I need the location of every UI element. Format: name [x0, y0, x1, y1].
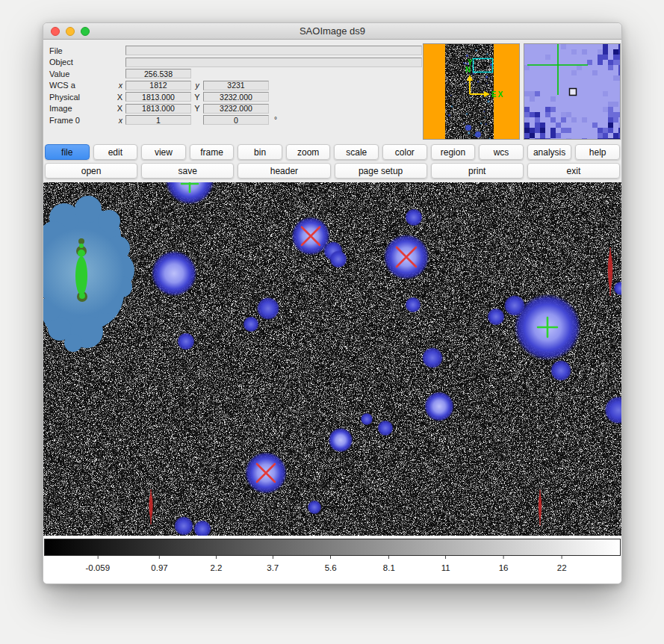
wcs-row: WCS a x y: [49, 80, 422, 92]
menu-zoom-button[interactable]: zoom: [286, 144, 331, 160]
menu-header-button[interactable]: header: [238, 163, 330, 179]
tick-mark: [330, 556, 331, 559]
image-x-field[interactable]: [125, 104, 191, 114]
physical-label: Physical: [49, 93, 114, 102]
tick-label: 16: [499, 563, 509, 572]
menu-bin-button[interactable]: bin: [238, 144, 282, 160]
zoom-button[interactable]: [81, 27, 90, 36]
frame-zoom-field[interactable]: [125, 115, 191, 125]
tick-label: 11: [441, 563, 450, 572]
menu-analysis-button[interactable]: analysis: [527, 144, 572, 160]
colorbar-tick: -0.059: [85, 556, 110, 572]
physical-x-field[interactable]: [125, 92, 191, 102]
image-y-sublabel: Y: [191, 104, 203, 113]
physical-x-sublabel: X: [114, 93, 125, 102]
traffic-lights: [51, 23, 90, 39]
submenu-bar: opensaveheaderpage setupprintexit: [43, 161, 621, 180]
minimize-button[interactable]: [66, 27, 75, 36]
menu-bar: fileeditviewframebinzoomscalecolorregion…: [43, 143, 621, 161]
coordinate-readout: File Object Value WCS a x y: [49, 45, 422, 126]
magnifier-panel: [524, 43, 621, 140]
tick-label: 0.97: [151, 563, 167, 572]
colorbar-tick: 2.2: [210, 556, 222, 572]
wcs-y-sublabel: y: [191, 81, 203, 90]
physical-y-sublabel: Y: [191, 93, 203, 102]
tick-label: 2.2: [210, 563, 222, 572]
menu-page-setup-button[interactable]: page setup: [335, 163, 427, 179]
colorbar-tick: 16: [499, 556, 509, 572]
menu-file-button[interactable]: file: [45, 144, 90, 160]
menu-color-button[interactable]: color: [382, 144, 427, 160]
menu-region-button[interactable]: region: [431, 144, 476, 160]
menu-exit-button[interactable]: exit: [527, 163, 620, 179]
wcs-x-sublabel: x: [114, 81, 125, 90]
colorbar-section: -0.0590.972.23.75.68.1111622: [43, 536, 621, 583]
tick-mark: [388, 556, 389, 559]
image-row: Image X Y: [49, 103, 422, 115]
wcs-x-field[interactable]: [125, 81, 191, 90]
magnifier-canvas: [524, 44, 620, 139]
file-row: File: [49, 45, 422, 57]
tick-label: 5.6: [325, 563, 337, 572]
physical-y-field[interactable]: [203, 92, 269, 102]
tick-label: -0.059: [85, 563, 110, 572]
tick-mark: [562, 556, 562, 559]
info-panel: File Object Value WCS a x y: [43, 40, 621, 143]
physical-row: Physical X Y: [49, 91, 422, 103]
colorbar-tick: 22: [557, 556, 567, 572]
tick-label: 22: [557, 563, 567, 572]
panner-panel[interactable]: [423, 43, 520, 140]
tick-label: 8.1: [383, 563, 395, 572]
main-image-canvas[interactable]: [43, 182, 622, 536]
colorbar-ticks: -0.0590.972.23.75.68.1111622: [43, 556, 621, 581]
menu-save-button[interactable]: save: [141, 163, 234, 179]
menu-scale-button[interactable]: scale: [334, 144, 379, 160]
menu-frame-button[interactable]: frame: [190, 144, 235, 160]
tick-mark: [216, 556, 217, 559]
panner-canvas[interactable]: [423, 44, 519, 139]
menu-print-button[interactable]: print: [431, 163, 524, 179]
image-x-sublabel: X: [114, 104, 125, 113]
tick-mark: [273, 556, 273, 559]
wcs-y-field[interactable]: [203, 81, 269, 90]
close-button[interactable]: [51, 27, 60, 36]
frame-x-sublabel: x: [114, 116, 125, 125]
tick-label: 3.7: [267, 563, 279, 572]
tick-mark: [97, 556, 98, 559]
colorbar-tick: 5.6: [325, 556, 337, 572]
value-field[interactable]: [125, 69, 191, 78]
titlebar[interactable]: SAOImage ds9: [43, 23, 621, 40]
image-y-field[interactable]: [203, 104, 269, 114]
image-display: [43, 182, 621, 536]
image-label: Image: [49, 104, 114, 113]
colorbar-tick: 3.7: [267, 556, 279, 572]
colorbar[interactable]: [44, 539, 621, 556]
degree-symbol: °: [274, 116, 277, 124]
colorbar-tick: 11: [441, 556, 450, 572]
colorbar-tick: 8.1: [383, 556, 395, 572]
menu-help-button[interactable]: help: [575, 144, 620, 160]
value-row: Value: [49, 68, 422, 80]
frame-rotation-field[interactable]: [203, 115, 269, 125]
ds9-window: SAOImage ds9 File Object Value WCS a x: [43, 22, 622, 584]
tick-mark: [445, 556, 446, 559]
object-field[interactable]: [125, 58, 422, 67]
value-label: Value: [49, 69, 114, 78]
frame-row: Frame 0 x °: [49, 114, 422, 126]
object-row: Object: [49, 57, 422, 69]
frame-label: Frame 0: [49, 116, 114, 125]
menu-open-button[interactable]: open: [45, 163, 137, 179]
menu-wcs-button[interactable]: wcs: [479, 144, 524, 160]
tick-mark: [159, 556, 160, 559]
colorbar-tick: 0.97: [151, 556, 167, 572]
file-field[interactable]: [125, 46, 422, 55]
window-title: SAOImage ds9: [43, 25, 621, 37]
object-label: Object: [49, 58, 114, 66]
menu-edit-button[interactable]: edit: [93, 144, 138, 160]
menu-view-button[interactable]: view: [141, 144, 186, 160]
wcs-label: WCS a: [49, 81, 114, 90]
file-label: File: [49, 46, 114, 55]
tick-mark: [503, 556, 504, 559]
